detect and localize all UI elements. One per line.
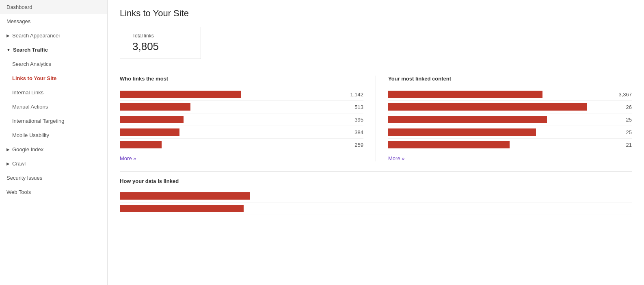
bar-container: [388, 91, 609, 98]
bar: [120, 103, 190, 111]
sidebar-item-security-issues[interactable]: Security Issues: [0, 171, 107, 185]
most-linked-more-link[interactable]: More »: [388, 155, 404, 161]
bar-container: [388, 128, 609, 136]
chevron-right-icon: ▶: [6, 33, 10, 38]
bar-container: [120, 141, 340, 148]
bar: [388, 141, 510, 148]
bar-row: 26: [388, 101, 632, 113]
page-title: Links to Your Site: [120, 8, 632, 19]
bar-value: 25: [614, 117, 632, 123]
bar-row: 25: [388, 126, 632, 139]
who-links-most-col: Who links the most 1,142 513 395: [120, 76, 376, 161]
bar-value: 25: [614, 129, 632, 135]
sidebar-item-manual-actions[interactable]: Manual Actions: [0, 100, 107, 114]
data-bar-row: [120, 202, 632, 215]
bar-value: 21: [614, 142, 632, 148]
bar-container: [120, 91, 340, 98]
sidebar-item-search-analytics[interactable]: Search Analytics: [0, 57, 107, 71]
bar-container: [120, 128, 340, 136]
chevron-down-icon: ▼: [6, 48, 11, 52]
total-links-label: Total links: [132, 33, 188, 39]
chevron-right-icon-3: ▶: [6, 161, 10, 166]
sidebar-item-search-traffic[interactable]: ▼ Search Traffic: [0, 43, 107, 57]
bar: [120, 141, 162, 148]
sidebar-item-messages[interactable]: Messages: [0, 14, 107, 28]
bar-row: 513: [120, 101, 363, 113]
sidebar-item-search-appearance[interactable]: ▶ Search Appearance i: [0, 28, 107, 43]
sidebar: Dashboard Messages ▶ Search Appearance i…: [0, 0, 108, 285]
sidebar-item-google-index[interactable]: ▶ Google Index: [0, 142, 107, 157]
bar: [388, 116, 547, 123]
bar-value: 259: [345, 142, 363, 148]
bar-row: 1,142: [120, 88, 363, 101]
how-data-linked-title: How your data is linked: [120, 171, 632, 184]
most-linked-content-title: Your most linked content: [388, 76, 632, 82]
chevron-right-icon-2: ▶: [6, 147, 10, 152]
data-bar-row: [120, 190, 632, 202]
bar: [388, 91, 542, 98]
info-icon: i: [58, 33, 60, 39]
sidebar-item-dashboard[interactable]: Dashboard: [0, 0, 107, 14]
bar-container: [120, 116, 340, 123]
bar: [120, 116, 184, 123]
bar-value: 26: [614, 104, 632, 110]
bar-row: 395: [120, 113, 363, 126]
bar-container: [388, 141, 609, 148]
bar-value: 1,142: [345, 91, 363, 98]
bar-row: 259: [120, 139, 363, 151]
sidebar-item-web-tools[interactable]: Web Tools: [0, 185, 107, 199]
data-bar: [120, 205, 244, 212]
main-content: Links to Your Site Total links 3,805 Who…: [108, 0, 644, 285]
sidebar-item-crawl[interactable]: ▶ Crawl: [0, 157, 107, 171]
bar-row: 3,367: [388, 88, 632, 101]
sidebar-item-international-targeting[interactable]: International Targeting: [0, 114, 107, 128]
bar: [120, 128, 179, 136]
bar-value: 513: [345, 104, 363, 110]
bar-row: 25: [388, 113, 632, 126]
sidebar-item-mobile-usability[interactable]: Mobile Usability: [0, 128, 107, 142]
bar-row: 21: [388, 139, 632, 151]
sidebar-item-internal-links[interactable]: Internal Links: [0, 85, 107, 100]
bar-value: 395: [345, 117, 363, 123]
bar-container: [388, 116, 609, 123]
sidebar-item-links-to-your-site[interactable]: Links to Your Site: [0, 71, 107, 85]
total-links-value: 3,805: [132, 40, 188, 53]
bar-value: 384: [345, 129, 363, 135]
bar-value: 3,367: [614, 91, 632, 98]
bar: [388, 103, 587, 111]
bar-row: 384: [120, 126, 363, 139]
total-links-box: Total links 3,805: [120, 27, 201, 59]
bar: [120, 91, 241, 98]
two-column-section: Who links the most 1,142 513 395: [120, 69, 632, 161]
most-linked-content-col: Your most linked content 3,367 26 25: [376, 76, 632, 161]
bar: [388, 128, 536, 136]
bar-container: [388, 103, 609, 111]
bar-container: [120, 103, 340, 111]
data-bar: [120, 192, 250, 200]
who-links-more-link[interactable]: More »: [120, 155, 136, 161]
who-links-most-title: Who links the most: [120, 76, 363, 82]
